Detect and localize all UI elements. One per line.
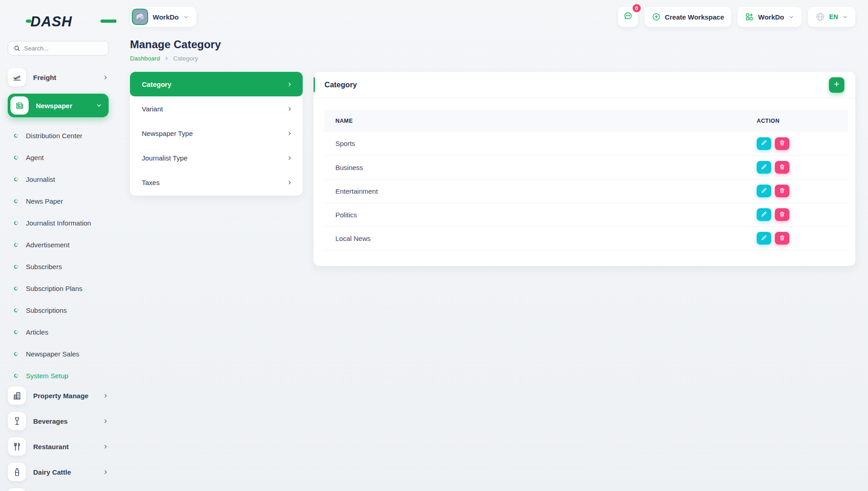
- sidebar-subitem-news-paper[interactable]: News Paper: [8, 190, 109, 212]
- edit-button[interactable]: [757, 161, 771, 174]
- setup-menu-item-taxes[interactable]: Taxes: [130, 170, 303, 195]
- sidebar-subitem-subscribers[interactable]: Subscribers: [8, 256, 109, 277]
- bullet-icon: [14, 264, 19, 269]
- panel-title: Category: [324, 80, 357, 89]
- sidebar-item-waste-management[interactable]: Waste Management: [8, 488, 109, 491]
- setup-menu-item-journalist-type[interactable]: Journalist Type: [130, 145, 303, 170]
- setup-menu-item-newspaper-type[interactable]: Newspaper Type: [130, 121, 303, 145]
- sidebar-subitem-articles[interactable]: Articles: [8, 321, 109, 343]
- main-area: WorkDo 0 Create Workspace: [116, 0, 868, 491]
- sidebar-subitem-label: Newspaper Sales: [26, 350, 80, 358]
- sidebar-item-label: Dairy Cattle: [33, 468, 95, 476]
- chevron-right-icon: [287, 106, 293, 112]
- category-name-cell: Sports: [324, 132, 746, 155]
- setup-menu-item-label: Journalist Type: [142, 154, 188, 162]
- language-selector[interactable]: EN: [808, 7, 855, 27]
- chevron-right-icon: [103, 75, 109, 80]
- sidebar-subitem-label: Advertisement: [26, 241, 70, 249]
- chat-icon: [623, 11, 633, 23]
- sidebar-subitem-advertisement[interactable]: Advertisement: [8, 234, 109, 256]
- sidebar-subitem-system-setup[interactable]: System Setup: [8, 365, 109, 386]
- chevron-down-icon: [842, 14, 848, 20]
- table-row: Entertainment: [324, 179, 848, 203]
- create-workspace-button[interactable]: Create Workspace: [644, 7, 732, 27]
- newspaper-icon: [10, 96, 29, 115]
- trash-icon: [779, 140, 785, 147]
- sidebar-subitem-distribution-center[interactable]: Distribution Center: [8, 125, 109, 146]
- bullet-icon: [14, 220, 19, 225]
- row-actions: [757, 137, 848, 150]
- logo-accent-bar: [100, 20, 116, 23]
- system-setup-menu: CategoryVariantNewspaper TypeJournalist …: [130, 72, 303, 195]
- setup-menu-item-label: Category: [142, 80, 171, 88]
- search-icon: [14, 45, 20, 52]
- category-panel: Category NAME ACTION SportsBusinessEnt: [314, 72, 855, 266]
- property-icon: [8, 386, 26, 405]
- sidebar-search: [8, 41, 109, 55]
- sidebar-item-freight[interactable]: Freight: [8, 68, 109, 86]
- beverages-icon: [8, 412, 26, 430]
- setup-menu-item-category[interactable]: Category: [130, 72, 303, 96]
- breadcrumb: Dashboard Category: [130, 55, 855, 62]
- trash-icon: [779, 164, 785, 171]
- breadcrumb-current: Category: [173, 55, 198, 62]
- sidebar-subitem-label: Journalist Information: [26, 219, 91, 227]
- bullet-icon: [14, 242, 19, 247]
- topbar-right: 0 Create Workspace WorkDo: [618, 7, 855, 27]
- setup-menu-item-variant[interactable]: Variant: [130, 96, 303, 121]
- breadcrumb-dashboard-link[interactable]: Dashboard: [130, 55, 160, 62]
- delete-button[interactable]: [775, 185, 789, 197]
- edit-button[interactable]: [757, 137, 771, 150]
- row-actions: [757, 185, 848, 197]
- bullet-icon: [14, 329, 19, 335]
- workspace-selector[interactable]: WorkDo: [130, 7, 196, 27]
- bullet-icon: [14, 198, 19, 204]
- sidebar-subitem-label: News Paper: [26, 197, 63, 205]
- sidebar-item-label: Restaurant: [33, 443, 95, 451]
- search-input[interactable]: [24, 45, 103, 52]
- sidebar-subitem-newspaper-sales[interactable]: Newspaper Sales: [8, 343, 109, 365]
- delete-button[interactable]: [775, 161, 789, 174]
- content: CategoryVariantNewspaper TypeJournalist …: [130, 72, 855, 266]
- delete-button[interactable]: [775, 232, 789, 245]
- logo-text: DASH: [30, 14, 72, 30]
- sidebar-item-beverages[interactable]: Beverages: [8, 412, 109, 430]
- chevron-right-icon: [287, 81, 293, 87]
- sidebar-item-restaurant[interactable]: Restaurant: [8, 437, 109, 456]
- workspace-apps-dropdown[interactable]: WorkDo: [738, 7, 801, 27]
- bullet-icon: [14, 373, 19, 378]
- app-logo[interactable]: DASH: [30, 14, 109, 30]
- sidebar-item-label: Newspaper: [36, 102, 89, 110]
- sidebar-item-newspaper[interactable]: Newspaper: [8, 94, 109, 117]
- chevron-right-icon: [287, 180, 293, 185]
- trash-icon: [779, 211, 785, 219]
- add-category-button[interactable]: [829, 77, 844, 93]
- sidebar-item-dairy-cattle[interactable]: Dairy Cattle: [8, 463, 109, 481]
- edit-button[interactable]: [757, 185, 771, 197]
- chevron-right-icon: [164, 56, 169, 61]
- language-code: EN: [829, 13, 838, 20]
- sidebar-item-label: Property Manage: [33, 392, 95, 400]
- edit-button[interactable]: [757, 208, 771, 221]
- row-actions: [757, 232, 848, 245]
- topbar: WorkDo 0 Create Workspace: [130, 7, 855, 27]
- bullet-icon: [14, 351, 19, 356]
- delete-button[interactable]: [775, 208, 789, 221]
- table-row: Politics: [324, 203, 848, 226]
- sidebar-subitem-subscriptions[interactable]: Subscriptions: [8, 299, 109, 321]
- pencil-icon: [761, 187, 767, 195]
- plus-icon: [833, 80, 840, 89]
- sidebar-subitem-agent[interactable]: Agent: [8, 146, 109, 168]
- edit-button[interactable]: [757, 232, 771, 245]
- table-row: Business: [324, 155, 848, 179]
- chevron-right-icon: [103, 393, 109, 399]
- messages-button[interactable]: 0: [618, 7, 638, 27]
- sidebar-subitem-journalist-information[interactable]: Journalist Information: [8, 212, 109, 234]
- sidebar-subitem-subscription-plans[interactable]: Subscription Plans: [8, 277, 109, 299]
- delete-button[interactable]: [775, 137, 789, 150]
- sidebar-nav: FreightNewspaperDistribution CenterAgent…: [8, 68, 109, 491]
- logo-accent-dot: [26, 20, 31, 23]
- create-workspace-label: Create Workspace: [665, 13, 724, 21]
- sidebar-subitem-journalist[interactable]: Journalist: [8, 168, 109, 190]
- sidebar-item-property-manage[interactable]: Property Manage: [8, 386, 109, 405]
